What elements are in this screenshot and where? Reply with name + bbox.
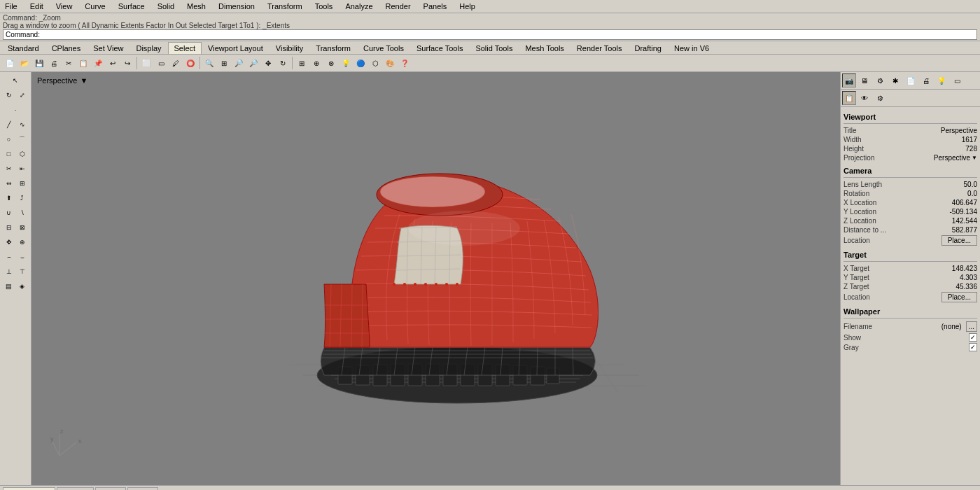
select-all-icon[interactable]: ⬜ (139, 56, 153, 70)
viewport-area[interactable]: Perspective ▼ (31, 72, 840, 485)
open-icon[interactable]: 📂 (18, 56, 31, 70)
tool-fillet[interactable]: ⌢ (3, 250, 15, 264)
wire-icon[interactable]: ⬡ (368, 56, 382, 70)
tool-extend[interactable]: ⇤ (16, 162, 29, 176)
tool-mesh[interactable]: ⊟ (3, 220, 15, 234)
panel-tab-extra[interactable]: ⚙ (873, 91, 887, 105)
menu-analyze[interactable]: Analyze (343, 1, 374, 11)
panel-icon-extra4[interactable]: 🖨 (919, 74, 933, 88)
menu-transform[interactable]: Transform (265, 1, 304, 11)
tab-right[interactable]: Right (127, 487, 158, 491)
tool-select[interactable]: ↖ (2, 74, 29, 88)
viewport-arrow[interactable]: ▼ (80, 76, 88, 85)
value-projection[interactable]: Perspective ▼ (934, 154, 977, 162)
zoom-in-icon[interactable]: 🔎 (232, 56, 246, 70)
menu-help[interactable]: Help (457, 1, 477, 11)
cut-icon[interactable]: ✂ (62, 56, 76, 70)
tool-material[interactable]: ◈ (16, 279, 29, 293)
undo-icon[interactable]: ↩ (106, 56, 120, 70)
new-icon[interactable]: 📄 (3, 56, 17, 70)
menu-curve[interactable]: Curve (83, 1, 107, 11)
select-window-icon[interactable]: ▭ (154, 56, 168, 70)
tab-transform[interactable]: Transform (309, 42, 357, 54)
menu-view[interactable]: View (54, 1, 75, 11)
tool-arc[interactable]: ⌒ (16, 132, 29, 146)
menu-edit[interactable]: Edit (28, 1, 46, 11)
grid-icon[interactable]: ⊞ (295, 56, 309, 70)
tool-extrude[interactable]: ⬆ (3, 191, 15, 205)
tool-scale[interactable]: ⤢ (16, 88, 29, 102)
tab-bottom[interactable]: Bottom (57, 487, 94, 491)
help-icon[interactable]: ❓ (398, 56, 412, 70)
paste-icon[interactable]: 📌 (91, 56, 105, 70)
panel-icon-extra5[interactable]: 💡 (934, 74, 948, 88)
tab-cplanes[interactable]: CPlanes (46, 42, 88, 54)
panel-icon-extra2[interactable]: ✱ (888, 74, 902, 88)
tool-circle[interactable]: ○ (3, 132, 15, 146)
panel-icon-display[interactable]: 🖥 (858, 74, 872, 88)
print-icon[interactable]: 🖨 (47, 56, 61, 70)
menu-panels[interactable]: Panels (421, 1, 449, 11)
command-prompt[interactable]: Command: (3, 29, 977, 40)
light-icon[interactable]: 💡 (339, 56, 353, 70)
tab-render-tools[interactable]: Render Tools (570, 42, 629, 54)
tool-boolean-union[interactable]: ∪ (3, 206, 15, 220)
panel-tab-view[interactable]: 👁 (858, 91, 872, 105)
menu-dimension[interactable]: Dimension (216, 1, 257, 11)
tool-move[interactable]: ✥ (3, 235, 15, 249)
tab-viewport-layout[interactable]: Viewport Layout (202, 42, 270, 54)
rotate-view-icon[interactable]: ↻ (276, 56, 290, 70)
tab-add-button[interactable]: + (160, 488, 170, 491)
tool-line[interactable]: ╱ (3, 118, 15, 132)
redo-icon[interactable]: ↪ (120, 56, 134, 70)
tool-layer[interactable]: ▤ (3, 279, 15, 293)
tab-curve-tools[interactable]: Curve Tools (357, 42, 410, 54)
shaded-icon[interactable]: 🔵 (354, 56, 368, 70)
checkbox-show[interactable]: ✓ (969, 333, 977, 342)
tool-poly[interactable]: ⬡ (16, 147, 29, 161)
panel-icon-extra3[interactable]: 📄 (904, 74, 918, 88)
menu-surface[interactable]: Surface (116, 1, 147, 11)
tab-perspective[interactable]: Perspective (3, 487, 55, 491)
snap-icon[interactable]: ⊕ (309, 56, 323, 70)
tab-front[interactable]: Front (95, 487, 126, 491)
tab-drafting[interactable]: Drafting (628, 42, 668, 54)
lasso-icon[interactable]: ⭕ (183, 56, 197, 70)
menu-render[interactable]: Render (384, 1, 413, 11)
ortho-icon[interactable]: ⊗ (324, 56, 338, 70)
pan-icon[interactable]: ✥ (261, 56, 275, 70)
checkbox-gray[interactable]: ✓ (969, 343, 977, 351)
tab-surface-tools[interactable]: Surface Tools (410, 42, 469, 54)
panel-icon-extra6[interactable]: ▭ (950, 74, 964, 88)
tab-mesh-tools[interactable]: Mesh Tools (519, 42, 570, 54)
tool-rect[interactable]: □ (3, 147, 15, 161)
tab-solid-tools[interactable]: Solid Tools (469, 42, 519, 54)
menu-file[interactable]: File (3, 1, 20, 11)
tab-visibility[interactable]: Visibility (270, 42, 310, 54)
tab-standard[interactable]: Standard (1, 42, 46, 54)
wallpaper-dot-button[interactable]: ... (966, 321, 977, 332)
tab-set-view[interactable]: Set View (87, 42, 130, 54)
render-icon[interactable]: 🎨 (383, 56, 397, 70)
tool-rotate[interactable]: ↻ (3, 88, 15, 102)
menu-solid[interactable]: Solid (155, 1, 176, 11)
panel-icon-extra1[interactable]: ⚙ (873, 74, 887, 88)
tool-curve[interactable]: ∿ (16, 118, 29, 132)
tool-subdiv[interactable]: ⊠ (16, 220, 29, 234)
panel-icon-camera[interactable]: 📷 (842, 74, 856, 88)
tool-split[interactable]: ⊥ (3, 265, 15, 279)
tool-mirror[interactable]: ⇔ (3, 176, 15, 190)
tool-copy2[interactable]: ⊕ (16, 235, 29, 249)
zoom-window-icon[interactable]: 🔍 (202, 56, 216, 70)
copy-icon[interactable]: 📋 (76, 56, 90, 70)
tool-point[interactable]: · (2, 103, 29, 117)
tool-chamfer[interactable]: ⌣ (16, 250, 29, 264)
select-brush-icon[interactable]: 🖊 (169, 56, 183, 70)
tool-array[interactable]: ⊞ (16, 176, 29, 190)
zoom-extents-icon[interactable]: ⊞ (217, 56, 231, 70)
panel-tab-props[interactable]: 📋 (842, 91, 856, 105)
tool-loft[interactable]: ⤴ (16, 191, 29, 205)
tab-display[interactable]: Display (130, 42, 167, 54)
tab-new-v6[interactable]: New in V6 (668, 42, 715, 54)
zoom-out-icon[interactable]: 🔎 (246, 56, 260, 70)
